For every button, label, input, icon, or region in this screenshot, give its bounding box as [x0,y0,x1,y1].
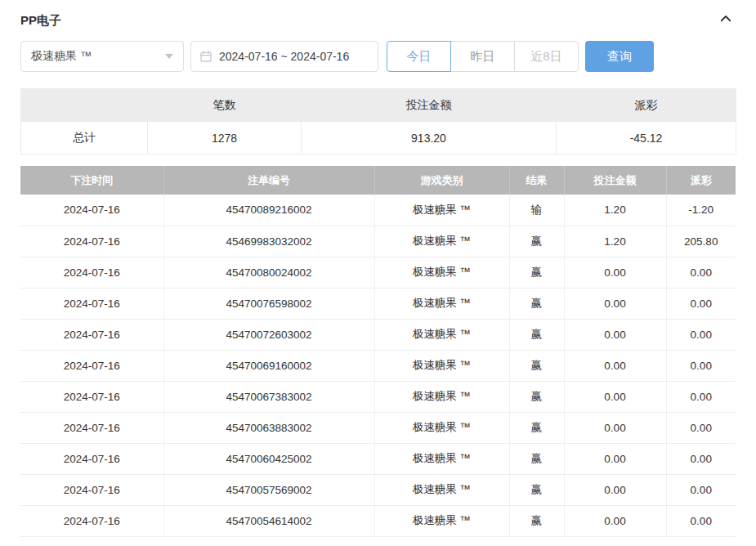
cell-bet-amount: 0.00 [564,505,666,536]
summary-header-count: 笔数 [148,89,302,122]
cell-bet-amount: 0.00 [564,474,666,505]
date-range-input[interactable]: 2024-07-16 ~ 2024-07-16 [190,41,378,72]
calendar-icon [199,50,212,63]
cell-payout: -1.20 [666,195,736,226]
cell-bet-id: 45470089216002 [163,195,374,226]
summary-header-bet-amount: 投注金额 [302,89,557,122]
bet-table: 下注时间 注单编号 游戏类别 结果 投注金额 派彩 2024-07-164547… [20,166,736,537]
cell-game-type: 极速糖果 ™ [374,381,509,412]
cell-bet-id: 45470080024002 [163,257,374,288]
table-row: 2024-07-1645470063883002极速糖果 ™赢0.000.00 [20,412,736,443]
cell-game-type: 极速糖果 ™ [374,443,509,474]
cell-bet-amount: 0.00 [564,381,666,412]
cell-result: 赢 [509,319,564,350]
column-header-game-type: 游戏类别 [374,166,509,195]
table-row: 2024-07-1645470076598002极速糖果 ™赢0.000.00 [20,288,736,319]
cell-bet-amount: 1.20 [564,195,666,226]
table-row: 2024-07-1645470057569002极速糖果 ™赢0.000.00 [20,474,736,505]
cell-game-type: 极速糖果 ™ [374,319,509,350]
collapse-button[interactable] [716,11,736,30]
cell-game-type: 极速糖果 ™ [374,412,509,443]
cell-payout: 0.00 [666,381,736,412]
search-button[interactable]: 查询 [585,41,654,72]
cell-bet-id: 45470063883002 [163,412,374,443]
cell-game-type: 极速糖果 ™ [374,257,509,288]
quick-date-buttons: 今日 昨日 近8日 [387,41,579,72]
cell-result: 赢 [509,381,564,412]
cell-bet-time: 2024-07-16 [20,350,163,381]
last8days-button[interactable]: 近8日 [514,41,579,72]
page-title: PP电子 [20,13,61,29]
bet-table-body: 2024-07-1645470089216002极速糖果 ™输1.20-1.20… [20,195,736,536]
column-header-bet-id: 注单编号 [163,166,374,195]
summary-table: 笔数 投注金额 派彩 总计 1278 913.20 -45.12 [20,88,736,154]
cell-bet-id: 45470060425002 [163,443,374,474]
summary-total-bet-amount: 913.20 [302,122,557,154]
cell-payout: 0.00 [666,443,736,474]
cell-result: 赢 [509,288,564,319]
cell-result: 赢 [509,474,564,505]
cell-bet-amount: 1.20 [564,226,666,257]
cell-bet-id: 45470072603002 [163,319,374,350]
cell-bet-id: 45470057569002 [163,474,374,505]
cell-bet-id: 45470069160002 [163,350,374,381]
cell-bet-time: 2024-07-16 [20,443,163,474]
game-select[interactable]: 极速糖果 ™ [20,41,184,72]
cell-bet-amount: 0.00 [564,288,666,319]
table-row: 2024-07-1645470080024002极速糖果 ™赢0.000.00 [20,257,736,288]
summary-total-payout: -45.12 [557,122,736,154]
cell-bet-time: 2024-07-16 [20,319,163,350]
summary-header-row: 笔数 投注金额 派彩 [21,89,736,122]
cell-bet-time: 2024-07-16 [20,195,163,226]
cell-game-type: 极速糖果 ™ [374,350,509,381]
cell-bet-id: 45469983032002 [163,226,374,257]
panel-header: PP电子 [20,8,736,33]
today-button[interactable]: 今日 [387,41,451,72]
cell-result: 赢 [509,505,564,536]
cell-game-type: 极速糖果 ™ [374,195,509,226]
cell-bet-time: 2024-07-16 [20,381,163,412]
pp-electronic-panel: PP电子 极速糖果 ™ 2024-07-16 ~ [0,0,756,537]
cell-bet-time: 2024-07-16 [20,288,163,319]
summary-total-count: 1278 [148,122,302,154]
column-header-result: 结果 [509,166,564,195]
cell-result: 赢 [509,257,564,288]
table-row: 2024-07-1645470089216002极速糖果 ™输1.20-1.20 [20,195,736,226]
chevron-up-icon [718,11,733,29]
cell-bet-id: 45470076598002 [163,288,374,319]
bet-table-header-row: 下注时间 注单编号 游戏类别 结果 投注金额 派彩 [20,166,736,195]
summary-header-empty [21,89,148,122]
summary-header-payout: 派彩 [557,89,736,122]
cell-payout: 0.00 [666,257,736,288]
table-row: 2024-07-1645470060425002极速糖果 ™赢0.000.00 [20,443,736,474]
table-row: 2024-07-1645470072603002极速糖果 ™赢0.000.00 [20,319,736,350]
table-row: 2024-07-1645470067383002极速糖果 ™赢0.000.00 [20,381,736,412]
cell-payout: 0.00 [666,505,736,536]
cell-result: 输 [509,195,564,226]
table-row: 2024-07-1645470069160002极速糖果 ™赢0.000.00 [20,350,736,381]
cell-payout: 0.00 [666,474,736,505]
yesterday-button[interactable]: 昨日 [450,41,515,72]
chevron-down-icon [165,54,173,59]
cell-result: 赢 [509,350,564,381]
cell-bet-time: 2024-07-16 [20,226,163,257]
date-range-value: 2024-07-16 ~ 2024-07-16 [219,50,349,63]
cell-payout: 0.00 [666,319,736,350]
table-row: 2024-07-1645470054614002极速糖果 ™赢0.000.00 [20,505,736,536]
cell-bet-amount: 0.00 [564,412,666,443]
summary-total-label: 总计 [21,122,148,154]
cell-bet-amount: 0.00 [564,257,666,288]
cell-result: 赢 [509,412,564,443]
column-header-payout: 派彩 [666,166,736,195]
table-row: 2024-07-1645469983032002极速糖果 ™赢1.20205.8… [20,226,736,257]
column-header-bet-amount: 投注金额 [564,166,666,195]
cell-game-type: 极速糖果 ™ [374,288,509,319]
cell-payout: 0.00 [666,288,736,319]
cell-payout: 205.80 [666,226,736,257]
cell-payout: 0.00 [666,350,736,381]
cell-bet-time: 2024-07-16 [20,412,163,443]
column-header-bet-time: 下注时间 [20,166,163,195]
cell-game-type: 极速糖果 ™ [374,505,509,536]
cell-bet-amount: 0.00 [564,319,666,350]
cell-game-type: 极速糖果 ™ [374,474,509,505]
